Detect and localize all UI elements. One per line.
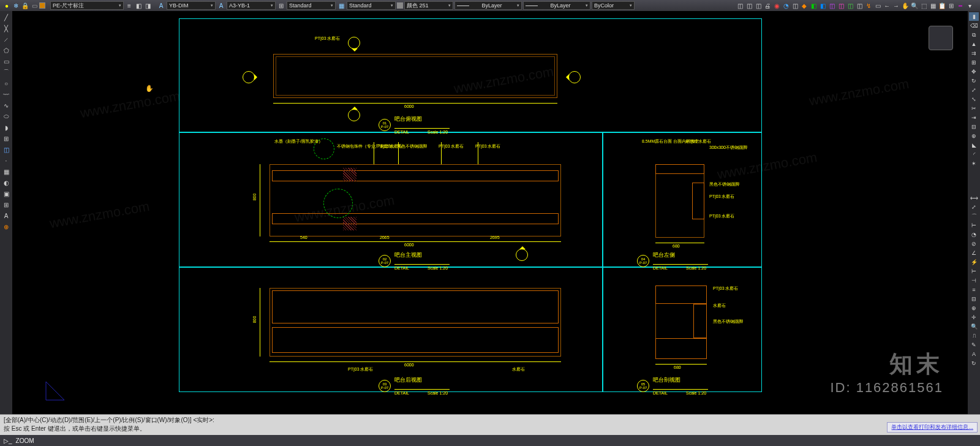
dim-diameter-tool[interactable]: ⊘	[969, 240, 979, 248]
command-history[interactable]: [全部(A)/中心(C)/动态(D)/范围(E)/上一个(P)/比例(S)/窗口…	[0, 414, 980, 435]
rotate-tool[interactable]: ↻	[969, 77, 979, 85]
dim-break-tool[interactable]: ⊟	[969, 295, 979, 303]
spline-tool[interactable]: ∿	[1, 100, 11, 110]
rectangle-tool[interactable]: ▭	[1, 56, 11, 66]
region-tool[interactable]: ▣	[1, 189, 11, 198]
dim-quick-tool[interactable]: ⚡	[969, 258, 979, 266]
layer-match-icon[interactable]: ◨	[143, 1, 152, 10]
dim-linear-tool[interactable]: ⟷	[969, 194, 979, 202]
toolbtn-14[interactable]: ◫	[855, 1, 864, 10]
toolbtn-15[interactable]: ↯	[864, 1, 873, 10]
annoscale-dropdown[interactable]: A3-YB-1▾	[227, 1, 276, 10]
toolbtn-2[interactable]: ◫	[745, 1, 753, 10]
toolbtn-13[interactable]: ◫	[846, 1, 854, 10]
fillet-tool[interactable]: ◜	[969, 150, 979, 159]
layer-bulb-icon[interactable]: ●	[2, 1, 11, 10]
join-tool[interactable]: ⊕	[969, 132, 979, 140]
ellipsearc-tool[interactable]: ◗	[1, 123, 11, 132]
break-tool[interactable]: ⊟	[969, 123, 979, 131]
circle-tool[interactable]: ○	[1, 78, 11, 88]
hatch-tool[interactable]: ▦	[1, 167, 11, 176]
toolbtn-4[interactable]: 🖨	[763, 1, 772, 10]
plotstyle-dropdown[interactable]: ByColor▾	[592, 1, 635, 10]
pan-icon[interactable]: ✋	[901, 1, 910, 10]
dash-icon[interactable]: ┅	[956, 1, 965, 10]
offset-tool[interactable]: ⇉	[969, 49, 979, 58]
toolbtn-10[interactable]: ◧	[818, 1, 827, 10]
polygon-tool[interactable]: ⬠	[1, 45, 11, 55]
toolbtn-11[interactable]: ◫	[827, 1, 836, 10]
toolbtn-5[interactable]: ◉	[772, 1, 781, 10]
mirror-tool[interactable]: ▲	[969, 40, 979, 48]
zoom-extents-icon[interactable]: ▦	[929, 1, 937, 10]
trim-tool[interactable]: ✂	[969, 104, 979, 113]
command-line[interactable]: ▷_ ZOOM	[0, 435, 980, 446]
insert-tool[interactable]: ⊞	[1, 134, 11, 143]
nav-fwd-icon[interactable]: →	[892, 1, 900, 10]
dim-edit-tool[interactable]: ✎	[969, 341, 979, 349]
command-input[interactable]: ZOOM	[16, 437, 34, 444]
dim-angular-tool[interactable]: ∠	[969, 249, 979, 257]
dim-tedit-tool[interactable]: A	[969, 350, 979, 358]
color-swatch[interactable]	[397, 2, 403, 9]
annotative2-icon[interactable]: A	[217, 1, 225, 10]
layer-freeze-icon[interactable]: ❄	[12, 1, 20, 10]
dim-continue-tool[interactable]: ⊣	[969, 276, 979, 285]
layer-plot-icon[interactable]: ▭	[30, 1, 39, 10]
dim-jog-tool[interactable]: ⎍	[969, 331, 979, 340]
toolbtn-8[interactable]: ◆	[800, 1, 809, 10]
block-tool[interactable]: ◫	[1, 145, 11, 154]
arc-tool[interactable]: ⌒	[1, 67, 11, 77]
polyline-tool[interactable]: ⟋	[1, 34, 11, 44]
line-tool[interactable]: ╱	[1, 12, 11, 22]
plot-publish-details-link[interactable]: 单击以查看打印和发布详细信息...	[887, 422, 978, 433]
layer-lock-icon[interactable]: 🔒	[21, 1, 29, 10]
extend-tool[interactable]: ⇥	[969, 113, 979, 122]
dim-space-tool[interactable]: ≡	[969, 285, 979, 294]
toolbtn-6[interactable]: ◔	[782, 1, 790, 10]
drawing-canvas[interactable]: ✋ www.znzmo.com www.znzmo.com www.znzmo.…	[12, 11, 968, 414]
linetype-dropdown[interactable]: ByLayer▾	[454, 1, 522, 10]
toolbtn-12[interactable]: ◫	[837, 1, 845, 10]
ellipse-tool[interactable]: ⬭	[1, 112, 11, 121]
layer-dropdown[interactable]: PE-尺寸标注▾	[50, 1, 124, 10]
scale-tool[interactable]: ⤢	[969, 86, 979, 94]
clipboard-icon[interactable]: 📋	[938, 1, 946, 10]
layer-color-swatch[interactable]	[39, 2, 45, 9]
addsel-tool[interactable]: ⊕	[1, 222, 11, 232]
annotative-icon[interactable]: A	[157, 1, 165, 10]
zoom-icon[interactable]: 🔍	[910, 1, 919, 10]
xline-tool[interactable]: ╳	[1, 23, 11, 33]
dim-aligned-tool[interactable]: ⤢	[969, 203, 979, 211]
erase-tool[interactable]: ⌫	[969, 21, 979, 30]
mtext-tool[interactable]: A	[1, 211, 11, 221]
layer-state-icon[interactable]: ≡	[125, 1, 134, 10]
props-icon[interactable]: ⊞	[947, 1, 956, 10]
toolbtn-7[interactable]: ◫	[791, 1, 799, 10]
tablestyle-dropdown[interactable]: Standard▾	[347, 1, 396, 10]
toolbtn-3[interactable]: ◫	[754, 1, 763, 10]
nav-back-icon[interactable]: ←	[883, 1, 891, 10]
centermark-tool[interactable]: ✛	[969, 313, 979, 322]
toolbtn-9[interactable]: ◧	[809, 1, 818, 10]
dimstyle-dropdown[interactable]: YB-DIM▾	[167, 1, 216, 10]
textstyle-dropdown[interactable]: Standard▾	[287, 1, 336, 10]
copy-tool[interactable]: ⧉	[969, 31, 979, 39]
stretch-tool[interactable]: ⤡	[969, 95, 979, 104]
point-tool[interactable]: ·	[1, 156, 11, 165]
gradient-tool[interactable]: ◐	[1, 178, 11, 187]
lineweight-dropdown[interactable]: ByLayer▾	[523, 1, 590, 10]
dim-inspect-tool[interactable]: 🔍	[969, 322, 979, 331]
toolbtn-16[interactable]: ▭	[873, 1, 882, 10]
menu-icon[interactable]: ▾	[965, 1, 974, 10]
dim-arc-tool[interactable]: ⌒	[969, 212, 979, 221]
viewcube[interactable]	[929, 26, 953, 50]
move-tool[interactable]: ✥	[969, 67, 979, 76]
dim-radius-tool[interactable]: ◔	[969, 230, 979, 239]
dim-update-tool[interactable]: ↻	[969, 359, 979, 368]
navbar-grip[interactable]: ▮	[969, 12, 979, 21]
tablestyle-icon[interactable]: ▦	[337, 1, 345, 10]
table-tool[interactable]: ⊞	[1, 200, 11, 210]
toolbtn-1[interactable]: ◫	[736, 1, 744, 10]
textstyle-icon[interactable]: ⊞	[277, 1, 285, 10]
